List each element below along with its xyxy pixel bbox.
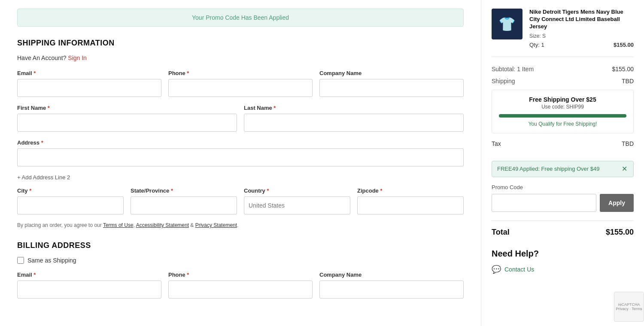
billing-company-name-group: Company Name (319, 272, 464, 299)
email-input[interactable] (17, 79, 161, 97)
zipcode-label: Zipcode * (357, 187, 464, 194)
shipping-value: TBD (622, 78, 634, 85)
total-value: $155.00 (606, 228, 634, 237)
terms-text: By placing an order, you agree to our Te… (17, 222, 464, 228)
first-name-group: First Name * (17, 105, 237, 132)
last-name-input[interactable] (244, 114, 464, 132)
applied-promo-tag: FREE49 Applied: Free shipping Over $49 ✕ (492, 161, 634, 177)
billing-phone-input[interactable] (168, 281, 313, 299)
city-group: City * (17, 187, 124, 214)
shipping-title: SHIPPING INFORMATION (17, 39, 464, 48)
account-line: Have An Account? Sign In (17, 54, 464, 61)
phone-input[interactable] (168, 79, 313, 97)
need-help-title: Need Help? (492, 249, 634, 259)
form-row-2: First Name * Last Name * (17, 105, 464, 132)
billing-company-name-label: Company Name (319, 272, 464, 278)
tax-label: Tax (492, 140, 501, 147)
same-as-shipping-label[interactable]: Same as Shipping (27, 257, 76, 264)
product-row: 👕 Nike Detroit Tigers Mens Navy Blue Cit… (492, 9, 634, 57)
free-shipping-title: Free Shipping Over $25 (499, 96, 626, 103)
privacy-statement-link[interactable]: Privacy Statement (195, 222, 237, 228)
form-row-4: City * State/Province * Country * (17, 187, 464, 214)
order-summary-sidebar: 👕 Nike Detroit Tigers Mens Navy Blue Cit… (481, 0, 644, 326)
city-input[interactable] (17, 196, 124, 214)
state-province-label: State/Province * (131, 187, 237, 194)
country-label: Country * (244, 187, 350, 194)
state-province-input[interactable] (131, 196, 237, 214)
tax-value: TBD (622, 140, 634, 147)
billing-company-name-input[interactable] (319, 281, 464, 299)
form-row-1: Email * Phone * Company Name (17, 70, 464, 97)
last-name-group: Last Name * (244, 105, 464, 132)
jersey-icon: 👕 (498, 16, 516, 32)
subtotal-label: Subtotal: 1 Item (492, 66, 534, 72)
apply-promo-button[interactable]: Apply (600, 194, 634, 212)
add-address-line-2-link[interactable]: Add Address Line 2 (17, 174, 70, 181)
product-qty: Qty: 1 (529, 42, 544, 48)
country-group: Country * (244, 187, 350, 214)
free-shipping-box: Free Shipping Over $25 Use code: SHIP99 … (492, 90, 634, 133)
free-shipping-progress-fill (499, 114, 626, 118)
billing-form-row-1: Email * Phone * Company Name (17, 272, 464, 299)
promo-code-row: Apply (492, 194, 634, 212)
shipping-row: Shipping TBD (492, 78, 634, 85)
free-shipping-progress-wrapper (499, 114, 626, 118)
same-as-shipping-checkbox[interactable] (17, 257, 24, 264)
address-label: Address * (17, 139, 464, 146)
form-row-3: Address * (17, 139, 464, 166)
email-label: Email * (17, 70, 161, 76)
recaptcha: reCAPTCHAPrivacy · Terms (614, 292, 644, 322)
billing-phone-group: Phone * (168, 272, 313, 299)
billing-phone-label: Phone * (168, 272, 313, 278)
email-group: Email * (17, 70, 161, 97)
billing-email-input[interactable] (17, 281, 161, 299)
billing-section: BILLING ADDRESS Same as Shipping Email * (17, 241, 464, 299)
contact-us-link[interactable]: 💬 Contact Us (492, 265, 634, 274)
shipping-label: Shipping (492, 78, 515, 85)
accessibility-statement-link[interactable]: Accessibility Statement (136, 222, 189, 228)
phone-group: Phone * (168, 70, 313, 97)
zipcode-group: Zipcode * (357, 187, 464, 214)
product-size: Size: S (529, 33, 634, 39)
promo-code-label: Promo Code (492, 184, 634, 190)
company-name-group: Company Name (319, 70, 464, 97)
billing-email-group: Email * (17, 272, 161, 299)
company-name-label: Company Name (319, 70, 464, 76)
total-label: Total (492, 228, 510, 237)
country-input[interactable] (244, 196, 350, 214)
zipcode-input[interactable] (357, 196, 464, 214)
city-label: City * (17, 187, 124, 194)
need-help-section: Need Help? 💬 Contact Us (492, 249, 634, 274)
applied-promo-text: FREE49 Applied: Free shipping Over $49 (497, 166, 599, 172)
total-row: Total $155.00 (492, 220, 634, 237)
product-image: 👕 (492, 9, 522, 39)
subtotal-row: Subtotal: 1 Item $155.00 (492, 66, 634, 72)
shipping-section: SHIPPING INFORMATION Have An Account? Si… (17, 39, 464, 228)
address-input[interactable] (17, 148, 464, 166)
first-name-input[interactable] (17, 114, 237, 132)
address-group: Address * (17, 139, 464, 166)
billing-email-label: Email * (17, 272, 161, 278)
phone-label: Phone * (168, 70, 313, 76)
product-price: $155.00 (614, 42, 634, 48)
first-name-label: First Name * (17, 105, 237, 111)
terms-of-use-link[interactable]: Terms of Use (103, 222, 134, 228)
billing-title: BILLING ADDRESS (17, 241, 464, 250)
sign-in-link[interactable]: Sign In (68, 54, 87, 61)
product-details: Nike Detroit Tigers Mens Navy Blue City … (529, 9, 634, 48)
add-address-line-wrapper: Add Address Line 2 (17, 174, 464, 181)
product-qty-price: Qty: 1 $155.00 (529, 42, 634, 48)
remove-promo-button[interactable]: ✕ (621, 166, 628, 172)
subtotal-value: $155.00 (612, 66, 634, 72)
product-name: Nike Detroit Tigers Mens Navy Blue City … (529, 9, 634, 30)
company-name-input[interactable] (319, 79, 464, 97)
tax-row: Tax TBD (492, 140, 634, 154)
contact-us-label: Contact Us (504, 266, 534, 273)
qualify-text: You Qualify for Free Shipping! (499, 121, 626, 127)
main-section: Your Promo Code Has Been Applied SHIPPIN… (0, 0, 481, 326)
same-as-shipping-row: Same as Shipping (17, 257, 464, 264)
free-shipping-code: Use code: SHIP99 (499, 104, 626, 110)
promo-banner: Your Promo Code Has Been Applied (17, 9, 464, 27)
promo-code-input[interactable] (492, 194, 596, 212)
state-province-group: State/Province * (131, 187, 237, 214)
